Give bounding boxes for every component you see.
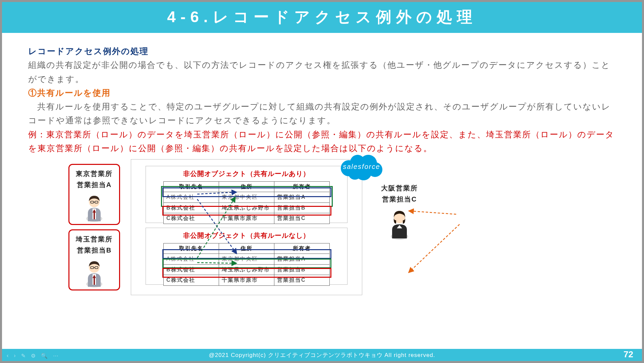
table2-title: 非公開オブジェクト（共有ルールなし） bbox=[146, 228, 347, 243]
page-title: 4-6.レコードアクセス例外の処理 bbox=[2, 2, 642, 33]
nav-prev-icon[interactable]: ‹ bbox=[7, 353, 8, 359]
gear-icon[interactable]: ⚙ bbox=[31, 353, 36, 359]
person-icon bbox=[83, 192, 106, 223]
table1-h2: 所有者 bbox=[274, 182, 330, 192]
intro-paragraph: 組織の共有設定が非公開の場合でも、以下の方法でレコードのアクセス権を拡張する（他… bbox=[28, 58, 616, 86]
panel-table2: 非公開オブジェクト（共有ルールなし） 取引先名 住所 所有者 A株式会社 東京都… bbox=[146, 228, 347, 285]
example-text: 例：東京営業所（ロール）のデータを埼玉営業所（ロール）に公開（参照・編集）の共有… bbox=[28, 128, 616, 155]
table1-h0: 取引先名 bbox=[164, 182, 219, 192]
footer-text: @2021 Copyright(c) クリエイティブコンテンツラボトウキョウ A… bbox=[209, 351, 435, 359]
user-a-line2: 営業担当A bbox=[71, 179, 118, 190]
svg-text:salesforce: salesforce bbox=[343, 163, 380, 170]
rule-title: ①共有ルールを使用 bbox=[28, 86, 616, 100]
table1-title: 非公開オブジェクト（共有ルールあり） bbox=[146, 166, 347, 181]
t2r2c2: 営業担当C bbox=[274, 275, 330, 285]
table2-h0: 取引先名 bbox=[164, 243, 219, 254]
t2r0c2: 営業担当A bbox=[274, 254, 330, 264]
section-heading: レコードアクセス例外の処理 bbox=[28, 44, 616, 58]
title-text: 4-6.レコードアクセス例外の処理 bbox=[167, 8, 477, 26]
user-b-line1: 埼玉営業所 bbox=[71, 234, 118, 245]
t1r0c1: 東京都中央区 bbox=[219, 192, 274, 202]
footer-icons: ‹ › ✎ ⚙ 🔍 ⋯ bbox=[7, 353, 58, 359]
user-b-line2: 営業担当B bbox=[71, 245, 118, 256]
search-icon[interactable]: 🔍 bbox=[41, 353, 48, 359]
diagram: 東京営業所 営業担当A 埼玉営業所 営業担当B bbox=[28, 157, 616, 305]
t2r0c1: 東京都中央区 bbox=[219, 254, 274, 264]
t1r2c1: 千葉県市原市 bbox=[219, 213, 274, 224]
table2: 取引先名 住所 所有者 A株式会社 東京都中央区 営業担当A B株式会社 埼玉県… bbox=[163, 243, 330, 286]
page-number: 72 bbox=[624, 349, 633, 360]
svg-rect-11 bbox=[94, 277, 95, 285]
t1r2c2: 営業担当C bbox=[274, 213, 330, 224]
salesforce-cloud-icon: salesforce bbox=[338, 152, 385, 182]
footer-bar: @2021 Copyright(c) クリエイティブコンテンツラボトウキョウ A… bbox=[2, 349, 642, 361]
user-box-tokyo: 東京営業所 営業担当A bbox=[68, 164, 120, 225]
t1r0c0: A株式会社 bbox=[164, 192, 219, 202]
t2r2c1: 千葉県市原市 bbox=[219, 275, 274, 285]
table1-h1: 住所 bbox=[219, 182, 274, 192]
user-c-line2: 営業担当C bbox=[381, 194, 418, 205]
t1r0c2: 営業担当A bbox=[274, 192, 330, 202]
content-area: レコードアクセス例外の処理 組織の共有設定が非公開の場合でも、以下の方法でレコー… bbox=[2, 33, 642, 305]
rule-body: 共有ルールを使用することで、特定のユーザグループに対して組織の共有設定の例外が設… bbox=[28, 100, 616, 128]
t1r2c0: C株式会社 bbox=[164, 213, 219, 224]
user-osaka: 大阪営業所 営業担当C bbox=[381, 183, 418, 240]
t2r1c0: B株式会社 bbox=[164, 264, 219, 275]
user-box-saitama: 埼玉営業所 営業担当B bbox=[68, 229, 120, 290]
pen-icon[interactable]: ✎ bbox=[21, 353, 25, 359]
table2-h1: 住所 bbox=[219, 243, 274, 254]
table2-h2: 所有者 bbox=[274, 243, 330, 254]
person-icon bbox=[386, 207, 413, 240]
user-a-line1: 東京営業所 bbox=[71, 168, 118, 179]
nav-next-icon[interactable]: › bbox=[14, 353, 15, 359]
t2r1c2: 営業担当B bbox=[274, 264, 330, 275]
t1r1c0: B株式会社 bbox=[164, 202, 219, 213]
t2r2c0: C株式会社 bbox=[164, 275, 219, 285]
user-c-line1: 大阪営業所 bbox=[381, 183, 418, 194]
table1: 取引先名 住所 所有者 A株式会社 東京都中央区 営業担当A B株式会社 埼玉県… bbox=[163, 181, 330, 224]
panel-table1: 非公開オブジェクト（共有ルールあり） 取引先名 住所 所有者 A株式会社 東京都… bbox=[146, 166, 347, 223]
person-icon bbox=[83, 258, 106, 288]
t2r1c1: 埼玉県ふじみ野市 bbox=[219, 264, 274, 275]
t1r1c1: 埼玉県ふじみ野市 bbox=[219, 202, 274, 213]
t1r1c2: 営業担当B bbox=[274, 202, 330, 213]
t2r0c0: A株式会社 bbox=[164, 254, 219, 264]
svg-rect-3 bbox=[94, 212, 95, 219]
more-icon[interactable]: ⋯ bbox=[53, 353, 58, 359]
